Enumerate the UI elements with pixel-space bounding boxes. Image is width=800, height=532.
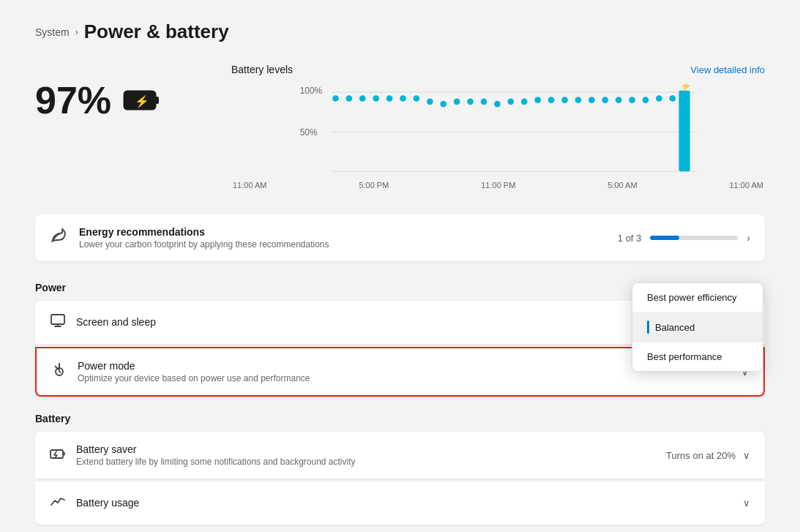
power-cards-wrap: Screen and sleep ∨ (35, 301, 765, 397)
battery-saver-text: Battery saver Extend battery life by lim… (76, 443, 356, 467)
svg-rect-36 (51, 315, 64, 324)
battery-saver-chevron: ∨ (743, 450, 750, 461)
screen-sleep-icon (50, 312, 66, 332)
chart-header: Battery levels View detailed info (231, 64, 765, 75)
dropdown-option-balanced-label: Balanced (655, 322, 695, 333)
energy-recommendations-subtitle: Lower your carbon footprint by applying … (79, 239, 606, 250)
dropdown-option-balanced[interactable]: Balanced (632, 312, 763, 342)
energy-recommendations-text: Energy recommendations Lower your carbon… (79, 226, 606, 250)
svg-point-22 (521, 99, 528, 105)
view-detailed-link[interactable]: View detailed info (690, 64, 765, 75)
energy-progress-label: 1 of 3 (618, 233, 642, 244)
svg-point-19 (481, 99, 487, 105)
svg-point-23 (534, 97, 541, 103)
svg-point-9 (346, 95, 353, 102)
chart-label-2: 5:00 PM (359, 181, 389, 190)
page-container: System › Power & battery 97% ⚡ Battery l… (0, 0, 800, 532)
energy-progress-bar (650, 236, 738, 240)
battery-section-label: Battery (35, 413, 765, 424)
battery-usage-right: ∨ (743, 498, 750, 509)
balanced-selected-indicator (647, 321, 649, 334)
battery-saver-row[interactable]: Battery saver Extend battery life by lim… (35, 432, 765, 479)
dropdown-option-best-performance-label: Best performance (647, 351, 722, 362)
leaf-icon (50, 227, 67, 244)
svg-point-31 (643, 97, 649, 103)
svg-point-28 (602, 97, 608, 103)
dropdown-option-best-efficiency[interactable]: Best power efficiency (632, 283, 763, 312)
breadcrumb-current: Power & battery (84, 20, 229, 43)
svg-point-27 (588, 97, 595, 103)
power-mode-text: Power mode Optimize your device based on… (78, 360, 310, 383)
breadcrumb-separator: › (75, 27, 78, 37)
battery-saver-card: Battery saver Extend battery life by lim… (35, 432, 765, 479)
chart-label-3: 11:00 PM (481, 181, 515, 190)
svg-point-20 (494, 101, 501, 108)
chart-container: 100% 50% (231, 84, 765, 194)
breadcrumb: System › Power & battery (35, 20, 765, 43)
dropdown-option-best-performance[interactable]: Best performance (632, 342, 763, 371)
battery-usage-title: Battery usage (76, 497, 139, 509)
battery-usage-chevron: ∨ (743, 498, 750, 509)
battery-usage-icon (50, 493, 66, 513)
svg-text:50%: 50% (300, 127, 318, 138)
battery-saver-subtitle: Extend battery life by limiting some not… (76, 457, 356, 467)
energy-progress-fill (650, 236, 679, 240)
battery-icon-wrap: ⚡ (123, 87, 161, 113)
power-mode-subtitle: Optimize your device based on power use … (78, 373, 310, 383)
svg-point-10 (359, 95, 366, 102)
svg-point-8 (332, 95, 339, 102)
chart-label-5: 11:00 AM (729, 181, 763, 190)
power-mode-title: Power mode (78, 360, 310, 372)
svg-point-13 (400, 95, 406, 102)
svg-point-30 (629, 97, 635, 103)
svg-rect-1 (155, 97, 159, 104)
battery-percent-area: 97% ⚡ (35, 64, 196, 122)
battery-usage-text: Battery usage (76, 497, 139, 510)
svg-point-26 (575, 97, 582, 103)
svg-point-18 (467, 99, 474, 105)
breadcrumb-system[interactable]: System (35, 26, 70, 38)
svg-rect-34 (679, 91, 690, 171)
battery-chart-svg: 100% 50% (231, 84, 765, 179)
battery-charging-icon: ⚡ (123, 87, 161, 113)
svg-point-11 (373, 95, 379, 102)
svg-point-32 (656, 95, 662, 102)
svg-point-24 (548, 97, 555, 103)
energy-recommendations-card[interactable]: Energy recommendations Lower your carbon… (35, 214, 765, 261)
svg-point-17 (454, 99, 460, 105)
battery-saver-icon (50, 446, 66, 465)
svg-text:⚡: ⚡ (680, 84, 692, 92)
battery-usage-card: Battery usage ∨ (35, 482, 765, 525)
battery-saver-right: Turns on at 20% ∨ (666, 450, 750, 461)
top-section: 97% ⚡ Battery levels View detailed info (35, 64, 765, 194)
svg-point-25 (561, 97, 568, 103)
svg-point-12 (386, 95, 393, 102)
energy-recommendations-right: 1 of 3 › (618, 232, 750, 244)
energy-chevron: › (747, 232, 750, 244)
screen-sleep-left: Screen and sleep (50, 312, 156, 332)
battery-usage-left: Battery usage (50, 493, 139, 513)
battery-saver-turns-on: Turns on at 20% (666, 450, 736, 461)
chart-label-1: 11:00 AM (233, 181, 266, 190)
screen-sleep-title: Screen and sleep (76, 316, 156, 328)
svg-point-14 (414, 95, 420, 102)
battery-usage-row[interactable]: Battery usage ∨ (35, 482, 765, 525)
power-mode-card: Power mode Optimize your device based on… (35, 347, 765, 397)
battery-saver-title: Battery saver (76, 443, 356, 455)
svg-point-29 (616, 97, 622, 103)
svg-point-33 (670, 95, 676, 102)
dropdown-option-best-efficiency-label: Best power efficiency (647, 292, 737, 303)
energy-recommendations-icon (50, 227, 67, 249)
power-mode-icon (51, 362, 67, 382)
battery-saver-left: Battery saver Extend battery life by lim… (50, 443, 356, 467)
power-mode-dropdown: Best power efficiency Balanced Best perf… (632, 282, 763, 372)
svg-point-21 (508, 99, 515, 105)
svg-point-16 (440, 101, 446, 108)
battery-percent: 97% (35, 78, 111, 122)
chart-labels: 11:00 AM 5:00 PM 11:00 PM 5:00 AM 11:00 … (231, 181, 765, 190)
battery-chart-area: Battery levels View detailed info 100% 5… (231, 64, 765, 194)
chart-label-4: 5:00 AM (608, 181, 637, 190)
power-mode-left: Power mode Optimize your device based on… (51, 360, 310, 383)
svg-text:⚡: ⚡ (135, 94, 149, 108)
screen-sleep-text: Screen and sleep (76, 316, 156, 329)
